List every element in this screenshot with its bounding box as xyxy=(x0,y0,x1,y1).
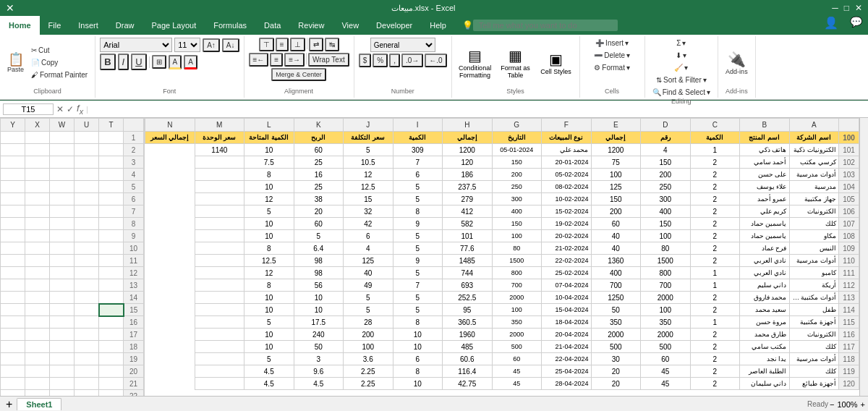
cell-avail-qty[interactable]: 5 xyxy=(393,242,443,255)
tab-page-layout[interactable]: Page Layout xyxy=(142,16,205,35)
cell-t20[interactable] xyxy=(99,365,124,378)
cell-avail-qty2[interactable]: 10 xyxy=(244,218,294,230)
cell-y4[interactable] xyxy=(1,169,25,181)
col-b[interactable]: B xyxy=(740,119,790,132)
col-g[interactable]: G xyxy=(492,119,542,132)
cell-sales-type[interactable]: 21-04-2024 xyxy=(542,341,592,353)
cell-sales-type[interactable]: 25-02-2024 xyxy=(542,267,592,279)
cell-total2[interactable]: 360.5 xyxy=(443,316,493,329)
cell-t3[interactable] xyxy=(99,156,124,169)
cell-x1[interactable] xyxy=(25,132,50,144)
cell-u21[interactable] xyxy=(75,378,99,390)
cell-y13[interactable] xyxy=(1,279,25,292)
cell-x9[interactable] xyxy=(25,230,50,242)
col-c[interactable]: C xyxy=(690,119,740,132)
cell-company[interactable]: أدوات مدرسية xyxy=(789,255,839,267)
align-center-button[interactable]: ≡ xyxy=(270,53,283,67)
cell-unit-price[interactable] xyxy=(195,156,244,169)
cell-unit-price[interactable] xyxy=(195,353,244,365)
cell-product[interactable]: فرح عماد xyxy=(740,242,790,255)
col-l[interactable]: L xyxy=(244,119,294,132)
cell-company[interactable]: أجهزة مكتبية xyxy=(789,316,839,329)
cell-w1[interactable] xyxy=(50,132,75,144)
cell-sales-type[interactable]: 10-02-2024 xyxy=(542,193,592,206)
cell-qty[interactable]: 2 xyxy=(690,230,740,242)
minimize-icon[interactable]: ─ xyxy=(832,3,838,13)
cell-total2[interactable]: 77.6 xyxy=(443,242,493,255)
cell-date[interactable]: 1500 xyxy=(492,255,542,267)
cell-sales-type[interactable]: 08-02-2024 xyxy=(542,181,592,193)
cell-avail-qty2[interactable]: 10 xyxy=(244,181,294,193)
cell-y15[interactable] xyxy=(1,304,25,316)
col-header-d[interactable]: X xyxy=(25,119,50,132)
table-row[interactable]: 114 طفل سعيد محمد 2 100 50 15-04-2024 10… xyxy=(145,304,859,316)
row-num[interactable]: 20 xyxy=(124,365,144,378)
row-num[interactable]: 16 xyxy=(124,316,144,329)
row-num[interactable]: 2 xyxy=(124,144,144,156)
table-row[interactable]: 102 كرسي مكتب أحمد سامي 2 150 75 20-01-2… xyxy=(145,156,859,169)
cell-profit[interactable]: 25 xyxy=(294,181,344,193)
cell-num[interactable]: 1500 xyxy=(641,255,691,267)
cell-cost[interactable]: 6 xyxy=(344,230,393,242)
tab-help[interactable]: Help xyxy=(421,16,455,35)
col-d[interactable]: D xyxy=(641,119,691,132)
cell-u18[interactable] xyxy=(75,341,99,353)
cell-sales-type[interactable]: 18-04-2024 xyxy=(542,316,592,329)
cell-cost[interactable]: 2.25 xyxy=(344,365,393,378)
cell-t2[interactable] xyxy=(99,144,124,156)
font-name-select[interactable]: Arial xyxy=(100,38,172,52)
wrap-text-button[interactable]: Wrap Text xyxy=(308,53,349,67)
cell-qty[interactable]: 1 xyxy=(690,316,740,329)
text-direction-button[interactable]: ⇄ xyxy=(309,38,323,51)
col-i[interactable]: I xyxy=(393,119,443,132)
cell-product[interactable]: عمرو أحمد xyxy=(740,193,790,206)
cell-t15[interactable] xyxy=(99,304,124,316)
cell-date[interactable]: 150 xyxy=(492,156,542,169)
cell-total2[interactable]: 485 xyxy=(443,341,493,353)
cell-y11[interactable] xyxy=(1,255,25,267)
cell-total1[interactable]: 700 xyxy=(591,279,641,292)
cell-num[interactable]: 2000 xyxy=(641,292,691,304)
cell-product[interactable]: مروة حسن xyxy=(740,316,790,329)
cell-y1[interactable] xyxy=(1,132,25,144)
cell-x8[interactable] xyxy=(25,218,50,230)
sort-filter-button[interactable]: ⇅ Sort & Filter ▾ xyxy=(653,75,710,85)
underline-button[interactable]: U xyxy=(131,54,146,70)
tab-view[interactable]: View xyxy=(333,16,367,35)
cell-avail-qty2[interactable]: 4.5 xyxy=(244,378,294,390)
cell-avail-qty2[interactable]: 12 xyxy=(244,193,294,206)
autosum-button[interactable]: Σ ▾ xyxy=(673,38,689,48)
cell-company[interactable]: النيس xyxy=(789,242,839,255)
accounting-button[interactable]: $ xyxy=(359,54,372,67)
table-row[interactable]: 115 أجهزة مكتبية مروة حسن 1 350 350 18-0… xyxy=(145,316,859,329)
cell-qty[interactable]: 2 xyxy=(690,365,740,378)
cell-avail-qty[interactable]: 10 xyxy=(393,378,443,390)
row-num[interactable]: 3 xyxy=(124,156,144,169)
table-row[interactable]: 120 أجهزة طبائع داني سليمان 2 45 20 28-0… xyxy=(145,378,859,390)
cell-x17[interactable] xyxy=(25,329,50,341)
cell-product[interactable]: مكتب سامي xyxy=(740,341,790,353)
cell-total1[interactable]: 500 xyxy=(591,341,641,353)
table-row[interactable]: 105 جهاز مكتبية عمرو أحمد 2 300 150 10-0… xyxy=(145,193,859,206)
cell-date[interactable]: 400 xyxy=(492,206,542,218)
cell-t18[interactable] xyxy=(99,341,124,353)
row-num[interactable]: 15 xyxy=(124,304,144,316)
cell-x4[interactable] xyxy=(25,169,50,181)
cell-avail-qty2[interactable]: 10 xyxy=(244,304,294,316)
cell-profit[interactable]: 60 xyxy=(294,144,344,156)
col-n[interactable]: N xyxy=(145,119,195,132)
cell-company[interactable]: أدوات مكتبية ذكية xyxy=(789,292,839,304)
cell-total2[interactable]: 582 xyxy=(443,218,493,230)
cell-t5[interactable] xyxy=(99,181,124,193)
table-row[interactable]: 101 الكترونيات ذكية هاتف ذكي 1 4 1200 مح… xyxy=(145,144,859,156)
cell-sales-type[interactable]: 20-01-2024 xyxy=(542,156,592,169)
cell-u14[interactable] xyxy=(75,292,99,304)
cell-x6[interactable] xyxy=(25,193,50,206)
cell-t7[interactable] xyxy=(99,206,124,218)
cell-num[interactable]: 150 xyxy=(641,218,691,230)
cell-num[interactable]: 45 xyxy=(641,365,691,378)
cut-button[interactable]: ✂ Cut xyxy=(28,45,90,56)
cell-y22[interactable] xyxy=(1,390,25,397)
cell-avail-qty[interactable]: 5 xyxy=(393,230,443,242)
format-as-table-button[interactable]: ▦ Format as Table xyxy=(497,46,535,80)
